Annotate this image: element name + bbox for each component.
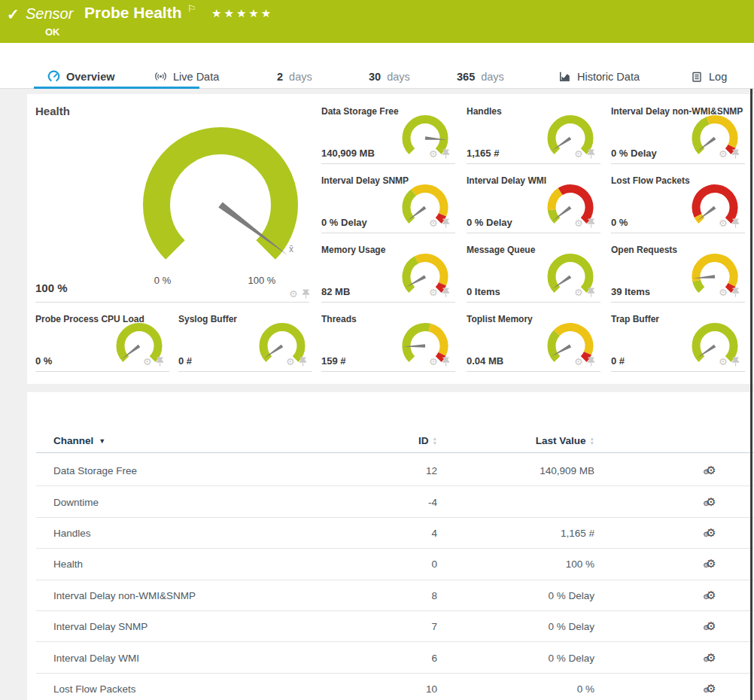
gear-icon[interactable]: ⚙ — [429, 358, 438, 367]
pin-icon[interactable] — [302, 289, 310, 299]
pin-icon[interactable] — [731, 288, 740, 297]
channel-settings-gear-icon[interactable]: ⚙⚙ — [706, 465, 716, 476]
cell-settings[interactable]: ⚙⚙ — [701, 558, 721, 570]
channel-table-row[interactable]: Downtime-4⚙⚙ — [36, 486, 754, 517]
column-header-last-value[interactable]: Last Value ▲▼ — [450, 435, 594, 446]
gauge-tile-actions[interactable]: ⚙ — [429, 288, 450, 297]
gear-icon[interactable]: ⚙ — [289, 290, 298, 299]
tab-365-days[interactable]: 365 days — [457, 64, 504, 89]
gear-icon[interactable]: ⚙ — [574, 288, 583, 297]
gauge-tile-actions[interactable]: ⚙ — [143, 357, 164, 367]
pin-icon[interactable] — [442, 357, 450, 367]
gear-icon[interactable]: ⚙ — [574, 150, 583, 159]
cell-settings[interactable]: ⚙⚙ — [701, 589, 721, 601]
gauge-tile[interactable]: Data Storage Free140,909 MB⚙ — [321, 105, 455, 164]
channel-settings-gear-icon[interactable]: ⚙⚙ — [706, 496, 716, 507]
gauge-tile-actions[interactable]: ⚙ — [719, 149, 740, 159]
channel-table-row[interactable]: Interval Delay non-WMI&SNMP80 % Delay⚙⚙ — [36, 580, 754, 611]
health-value: 100 % — [35, 282, 68, 294]
gauge-tile-actions[interactable]: ⚙ — [574, 149, 595, 159]
gear-icon[interactable]: ⚙ — [429, 150, 438, 159]
channel-table-row[interactable]: Handles41,165 #⚙⚙ — [36, 518, 754, 549]
tab-historic-data[interactable]: Historic Data — [558, 64, 640, 89]
gear-icon[interactable]: ⚙ — [429, 219, 438, 228]
channel-settings-gear-icon[interactable]: ⚙⚙ — [706, 527, 716, 537]
gauge-tile[interactable]: Toplist Memory0.04 MB⚙ — [467, 313, 600, 372]
cell-settings[interactable]: ⚙⚙ — [701, 683, 721, 694]
pin-icon[interactable] — [299, 357, 307, 367]
pin-icon[interactable] — [156, 357, 164, 367]
channel-table-row[interactable]: Lost Flow Packets100 %⚙⚙ — [36, 674, 754, 700]
pin-icon[interactable] — [587, 218, 595, 228]
channel-table-row[interactable]: Health0100 %⚙⚙ — [36, 549, 754, 580]
gauge-tile-actions[interactable]: ⚙ — [719, 288, 740, 297]
cell-settings[interactable]: ⚙⚙ — [701, 465, 721, 476]
gauge-tile[interactable]: Syslog Buffer0 #⚙ — [178, 313, 312, 372]
gauge-tile-actions[interactable]: ⚙ — [574, 357, 595, 367]
gauge-tile[interactable]: Interval Delay SNMP0 % Delay⚙ — [321, 175, 455, 233]
gauge-tile[interactable]: Interval Delay WMI0 % Delay⚙ — [467, 175, 600, 233]
gauge-tile[interactable]: Handles1,165 #⚙ — [467, 105, 600, 164]
gauge-tile-actions[interactable]: ⚙ — [429, 357, 450, 367]
gauge-tile-title: Threads — [321, 314, 357, 324]
gear-icon[interactable]: ⚙ — [286, 358, 295, 367]
gear-icon[interactable]: ⚙ — [719, 288, 728, 297]
column-header-channel[interactable]: Channel ▼ — [53, 435, 105, 446]
cell-settings[interactable]: ⚙⚙ — [701, 496, 721, 507]
cell-settings[interactable]: ⚙⚙ — [701, 527, 721, 538]
gauge-tile[interactable]: Trap Buffer0 #⚙ — [611, 313, 745, 372]
gauge-tile[interactable]: Probe Process CPU Load0 %⚙ — [35, 313, 169, 372]
gauge-tile-actions[interactable]: ⚙ — [719, 218, 740, 228]
gauge-tile[interactable]: Interval Delay non-WMI&SNMP0 % Delay⚙ — [611, 105, 745, 164]
tab-30-days[interactable]: 30 days — [369, 64, 410, 89]
gear-icon[interactable]: ⚙ — [719, 150, 728, 159]
tab-log[interactable]: Log — [691, 64, 727, 89]
gauge-tile-actions[interactable]: ⚙ — [286, 357, 307, 367]
pin-icon[interactable] — [731, 357, 740, 367]
pin-icon[interactable] — [442, 288, 450, 297]
priority-stars[interactable]: ★★★★★ — [211, 7, 273, 20]
pin-icon[interactable] — [442, 218, 450, 228]
gear-icon[interactable]: ⚙ — [719, 358, 728, 367]
channel-settings-gear-icon[interactable]: ⚙⚙ — [706, 558, 716, 569]
channel-settings-gear-icon[interactable]: ⚙⚙ — [706, 621, 716, 632]
channel-table-row[interactable]: Interval Delay SNMP70 % Delay⚙⚙ — [36, 611, 754, 642]
flag-icon[interactable]: ⚐ — [187, 3, 196, 14]
tile-separator — [178, 371, 312, 372]
gauge-tile[interactable]: Memory Usage82 MB⚙ — [321, 244, 455, 303]
gauge-tile-actions[interactable]: ⚙ — [574, 288, 595, 297]
gauge-tile[interactable]: Lost Flow Packets0 %⚙ — [611, 175, 745, 233]
channel-settings-gear-icon[interactable]: ⚙⚙ — [706, 683, 716, 693]
gauge-tile-actions[interactable]: ⚙ — [429, 149, 450, 159]
channel-settings-gear-icon[interactable]: ⚙⚙ — [706, 589, 716, 600]
gear-icon[interactable]: ⚙ — [719, 219, 728, 228]
tab-live-data[interactable]: Live Data — [154, 64, 219, 89]
gear-icon[interactable]: ⚙ — [143, 358, 152, 367]
pin-icon[interactable] — [587, 357, 595, 367]
pin-icon[interactable] — [731, 149, 740, 159]
cell-settings[interactable]: ⚙⚙ — [701, 652, 721, 663]
channel-table-row[interactable]: Interval Delay WMI60 % Delay⚙⚙ — [36, 642, 754, 673]
cell-channel-name: Downtime — [53, 496, 99, 507]
gear-icon[interactable]: ⚙ — [429, 288, 438, 297]
gear-icon[interactable]: ⚙ — [574, 358, 583, 367]
tab-2-days[interactable]: 2 days — [277, 64, 312, 89]
health-tile-actions[interactable]: ⚙ — [289, 289, 310, 299]
gauge-tile[interactable]: Open Requests39 Items⚙ — [611, 244, 745, 303]
gear-icon[interactable]: ⚙ — [574, 219, 583, 228]
channel-table-row[interactable]: Data Storage Free12140,909 MB⚙⚙ — [36, 455, 754, 486]
health-gauge[interactable] — [130, 114, 311, 288]
channel-settings-gear-icon[interactable]: ⚙⚙ — [706, 652, 716, 662]
tile-separator — [611, 302, 745, 303]
pin-icon[interactable] — [731, 218, 740, 228]
cell-settings[interactable]: ⚙⚙ — [701, 621, 721, 632]
pin-icon[interactable] — [587, 288, 595, 297]
gauge-tile-actions[interactable]: ⚙ — [429, 218, 450, 228]
pin-icon[interactable] — [587, 149, 595, 159]
gauge-tile-actions[interactable]: ⚙ — [719, 357, 740, 367]
gauge-tile[interactable]: Message Queue0 Items⚙ — [467, 244, 600, 303]
column-header-id[interactable]: ID ▲▼ — [284, 435, 437, 446]
gauge-tile[interactable]: Threads159 #⚙ — [321, 313, 455, 372]
gauge-tile-actions[interactable]: ⚙ — [574, 218, 595, 228]
pin-icon[interactable] — [442, 149, 450, 159]
